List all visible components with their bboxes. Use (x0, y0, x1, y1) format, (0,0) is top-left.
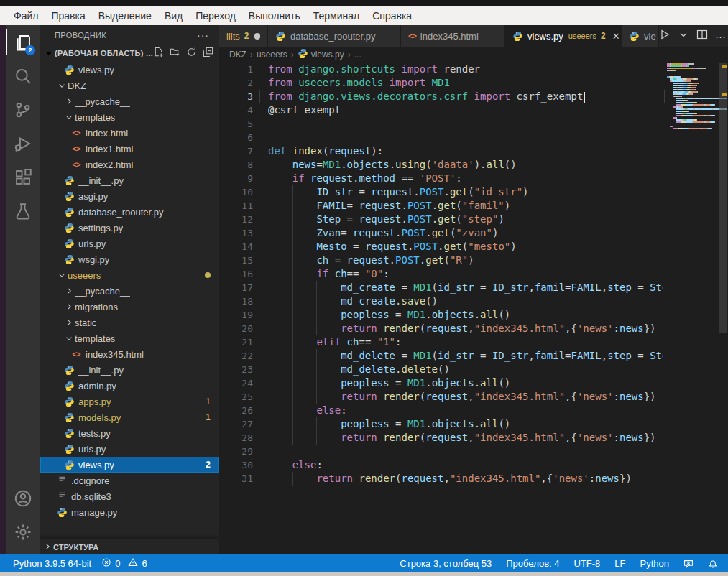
menu-item-файл[interactable]: Файл (7, 10, 45, 22)
code-line-25[interactable]: 25 return render(request,"index345.html"… (219, 390, 728, 404)
testing-icon[interactable] (6, 194, 40, 228)
code-line-3[interactable]: 3from django.views.decorators.csrf impor… (219, 90, 728, 103)
language-mode-status[interactable]: Python (640, 558, 669, 569)
settings-icon[interactable] (6, 515, 40, 549)
menu-item-выполнить[interactable]: Выполнить (242, 10, 307, 22)
tree-item-index1.html[interactable]: <>index1.html (40, 141, 219, 157)
more-actions-icon[interactable]: ··· (715, 30, 726, 42)
tree-item-index.html[interactable]: <>index.html (40, 125, 219, 141)
tree-item-init-.py[interactable]: __init__.py (40, 362, 219, 378)
code-line-13[interactable]: 13 Zvan= request.POST.get("zvan") (219, 226, 728, 240)
new-folder-icon[interactable] (170, 47, 180, 60)
tree-item-init-.py[interactable]: __init__.py (40, 172, 219, 188)
tree-item-apps.py[interactable]: apps.py1 (40, 394, 219, 409)
code-line-8[interactable]: 8 news=MD1.objects.using('daata').all() (219, 158, 728, 172)
modified-dot-icon[interactable] (254, 33, 260, 40)
tree-item-pycache[interactable]: __pycache__ (40, 283, 219, 299)
tree-item-views.py[interactable]: views.py2 (40, 457, 219, 473)
notifications-bell-icon[interactable] (708, 559, 718, 569)
collapse-all-icon[interactable] (203, 47, 213, 60)
encoding-status[interactable]: UTF-8 (574, 558, 601, 569)
menu-item-выделение[interactable]: Выделение (92, 10, 158, 22)
run-button[interactable] (659, 29, 671, 43)
code-line-20[interactable]: 20 return render(request,"index345.html"… (219, 322, 728, 335)
extensions-icon[interactable] (6, 160, 40, 194)
tree-item-db.sqlite3[interactable]: db.sqlite3 (40, 488, 219, 504)
search-icon[interactable] (6, 59, 40, 93)
code-line-12[interactable]: 12 Step = request.POST.get("step") (219, 213, 728, 226)
tree-item-admin.py[interactable]: admin.py (40, 378, 219, 394)
code-line-29[interactable]: 29 (219, 445, 728, 458)
tree-item-manage.py[interactable]: manage.py (40, 504, 219, 520)
menu-item-правка[interactable]: Правка (45, 10, 91, 22)
code-editor[interactable]: 1from django.shortcuts import render2fro… (219, 62, 728, 554)
code-line-26[interactable]: 26 else: (219, 404, 728, 417)
tree-item-dkz[interactable]: DKZ (40, 78, 219, 93)
code-line-2[interactable]: 2from useeers.models import MD1 (219, 76, 728, 90)
explorer-more-actions-icon[interactable]: ··· (197, 29, 209, 41)
tree-item-urls.py[interactable]: urls.py (40, 236, 219, 251)
refresh-icon[interactable] (186, 47, 197, 60)
tab-views.py[interactable]: views.pyuseeers2✕ (505, 25, 622, 47)
menu-item-справка[interactable]: Справка (366, 10, 418, 22)
code-line-18[interactable]: 18 md_create.save() (219, 294, 728, 308)
explorer-icon[interactable]: 2 (6, 25, 40, 59)
code-line-4[interactable]: 4@csrf_exempt (219, 103, 728, 117)
breadcrumb-item-useeers[interactable]: useeers (257, 50, 287, 60)
workspace-section-header[interactable]: (РАБОЧАЯ ОБЛАСТЬ) ... (40, 45, 219, 62)
code-line-30[interactable]: 30 else: (219, 458, 728, 472)
code-line-7[interactable]: 7def index(request): (219, 144, 728, 158)
accounts-icon[interactable] (6, 481, 40, 515)
tree-item-database-roouter.py[interactable]: database_roouter.py (40, 204, 219, 220)
tab-database-roouter.py[interactable]: database_roouter.py (268, 25, 401, 47)
tab-vie[interactable]: vie (622, 25, 659, 47)
breadcrumb-item-...[interactable]: ... (354, 50, 361, 60)
code-line-15[interactable]: 15 ch = request.POST.get("R") (219, 254, 728, 267)
tree-item-index345.html[interactable]: <>index345.html (40, 346, 219, 362)
tree-item-useeers[interactable]: useeers (40, 267, 219, 283)
code-line-9[interactable]: 9 if request.method == 'POST': (219, 172, 728, 185)
code-line-27[interactable]: 27 peopless = MD1.objects.all() (219, 417, 728, 431)
breadcrumb-item-views.py[interactable]: views.py (298, 48, 344, 61)
tree-item-static[interactable]: static (40, 315, 219, 330)
code-line-16[interactable]: 16 if ch== "0": (219, 267, 728, 281)
code-line-22[interactable]: 22 md_delete = MD1(id_str = ID_str,famil… (219, 349, 728, 363)
run-and-debug-icon[interactable] (6, 126, 40, 160)
tree-item-.dcignore[interactable]: .dcignore (40, 473, 219, 488)
code-line-6[interactable]: 6 (219, 131, 728, 144)
tree-item-urls.py[interactable]: urls.py (40, 441, 219, 457)
tree-item-index2.html[interactable]: <>index2.html (40, 157, 219, 172)
tree-item-asgi.py[interactable]: asgi.py (40, 188, 219, 204)
source-control-icon[interactable] (6, 93, 40, 126)
tree-item-migrations[interactable]: migrations (40, 299, 219, 315)
breadcrumb-item-dkz[interactable]: DKZ (229, 50, 246, 60)
tree-item-views.py[interactable]: views.py (40, 62, 219, 78)
code-line-14[interactable]: 14 Mesto = request.POST.get("mesto") (219, 240, 728, 254)
code-line-17[interactable]: 17 md_create = MD1(id_str = ID_str,famil… (219, 281, 728, 294)
problems-status[interactable]: 06 (101, 557, 147, 570)
code-line-19[interactable]: 19 peopless = MD1.objects.all() (219, 308, 728, 322)
tree-item-templates[interactable]: templates (40, 330, 219, 346)
code-line-11[interactable]: 11 FAMIL= request.POST.get("famil") (219, 199, 728, 213)
tree-item-pycache[interactable]: __pycache__ (40, 93, 219, 109)
code-line-28[interactable]: 28 return render(request,"index345.html"… (219, 431, 728, 445)
vertical-scrollbar[interactable] (719, 63, 727, 333)
minimap[interactable] (667, 63, 719, 130)
tree-item-wsgi.py[interactable]: wsgi.py (40, 251, 219, 267)
outline-section-header[interactable]: СТРУКТУРА (40, 539, 219, 554)
code-line-24[interactable]: 24 peopless = MD1.objects.all() (219, 376, 728, 390)
tree-item-templates[interactable]: templates (40, 109, 219, 125)
tree-item-models.py[interactable]: models.py1 (40, 409, 219, 425)
code-line-21[interactable]: 21 elif ch== "1": (219, 335, 728, 349)
tree-item-settings.py[interactable]: settings.py (40, 220, 219, 236)
split-editor-icon[interactable] (696, 29, 708, 43)
menu-item-терминал[interactable]: Терминал (307, 10, 366, 22)
code-line-23[interactable]: 23 md_delete.delete() (219, 363, 728, 376)
cursor-position-status[interactable]: Строка 3, столбец 53 (400, 558, 492, 569)
code-line-10[interactable]: 10 ID_str = request.POST.get("id_str") (219, 185, 728, 199)
tree-item-tests.py[interactable]: tests.py (40, 425, 219, 441)
tab-iiits[interactable]: iiits2 (219, 25, 268, 47)
python-interpreter-status[interactable]: Python 3.9.5 64-bit (13, 558, 91, 569)
indentation-status[interactable]: Пробелов: 4 (506, 558, 559, 569)
eol-status[interactable]: LF (614, 558, 625, 569)
